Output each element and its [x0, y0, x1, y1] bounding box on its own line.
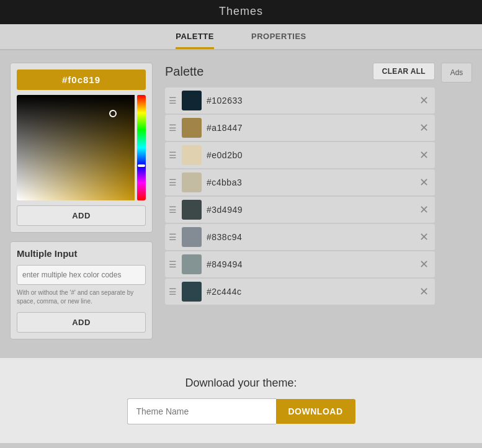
right-panel: Palette CLEAR ALL ☰ #102633 ✕ ☰ #a18447 … — [165, 63, 435, 305]
drag-handle-icon-5[interactable]: ☰ — [169, 232, 177, 242]
color-swatch-2[interactable] — [182, 145, 202, 165]
drag-handle-icon-6[interactable]: ☰ — [169, 259, 177, 269]
color-hex-1: #a18447 — [207, 123, 412, 133]
multiple-input-label: Multiple Input — [17, 248, 146, 259]
palette-row-4: ☰ #3d4949 ✕ — [165, 197, 435, 223]
remove-color-5[interactable]: ✕ — [417, 231, 431, 243]
palette-row-6: ☰ #849494 ✕ — [165, 251, 435, 277]
download-row: DOWNLOAD — [0, 398, 482, 424]
remove-color-7[interactable]: ✕ — [417, 286, 431, 297]
remove-color-2[interactable]: ✕ — [417, 150, 431, 161]
color-hex-7: #2c444c — [207, 287, 412, 297]
theme-name-input[interactable] — [127, 398, 276, 424]
color-swatch-0[interactable] — [182, 91, 202, 110]
color-hex-4: #3d4949 — [207, 205, 412, 215]
color-hex-5: #838c94 — [207, 232, 412, 242]
download-label: Download your theme: — [0, 377, 482, 390]
remove-color-4[interactable]: ✕ — [417, 204, 431, 215]
ads-label: Ads — [450, 68, 463, 77]
palette-header: Palette CLEAR ALL — [165, 63, 435, 80]
tab-properties[interactable]: PROPERTIES — [251, 32, 306, 49]
color-swatch-7[interactable] — [182, 282, 202, 302]
app-title: Themes — [219, 5, 263, 17]
drag-handle-icon-1[interactable]: ☰ — [169, 123, 177, 133]
palette-list: ☰ #102633 ✕ ☰ #a18447 ✕ ☰ #e0d2b0 — [165, 87, 435, 305]
color-swatch-1[interactable] — [182, 118, 202, 138]
tab-palette[interactable]: PALETTE — [176, 32, 214, 49]
palette-row-5: ☰ #838c94 ✕ — [165, 224, 435, 250]
remove-color-6[interactable]: ✕ — [417, 259, 431, 270]
gradient-area[interactable] — [17, 95, 146, 200]
palette-title: Palette — [165, 65, 203, 79]
multiple-input-section: Multiple Input With or without the '#' a… — [10, 241, 153, 339]
drag-handle-icon-3[interactable]: ☰ — [169, 177, 177, 187]
hue-indicator — [138, 164, 145, 167]
color-picker-box: #f0c819 ADD — [10, 63, 153, 233]
left-panel: #f0c819 ADD Multiple Input With or witho… — [10, 63, 153, 339]
color-swatch-3[interactable] — [182, 172, 202, 192]
gradient-circle — [109, 110, 117, 117]
download-section: Download your theme: DOWNLOAD — [0, 358, 482, 443]
add-color-button[interactable]: ADD — [17, 205, 146, 226]
add-multiple-button[interactable]: ADD — [17, 312, 146, 333]
color-hex-6: #849494 — [207, 259, 412, 269]
remove-color-1[interactable]: ✕ — [417, 122, 431, 133]
color-swatch-4[interactable] — [182, 200, 202, 220]
main-content: #f0c819 ADD Multiple Input With or witho… — [0, 50, 482, 352]
remove-color-3[interactable]: ✕ — [417, 177, 431, 188]
color-swatch-6[interactable] — [182, 254, 202, 274]
palette-row-3: ☰ #c4bba3 ✕ — [165, 169, 435, 195]
palette-row-1: ☰ #a18447 ✕ — [165, 115, 435, 141]
color-hex-2: #e0d2b0 — [207, 150, 412, 160]
drag-handle-icon-4[interactable]: ☰ — [169, 205, 177, 215]
palette-row-2: ☰ #e0d2b0 ✕ — [165, 142, 435, 168]
color-swatch-5[interactable] — [182, 227, 202, 247]
drag-handle-icon-2[interactable]: ☰ — [169, 150, 177, 160]
color-hex-3: #c4bba3 — [207, 177, 412, 187]
gradient-main[interactable] — [17, 95, 135, 200]
palette-row-0: ☰ #102633 ✕ — [165, 87, 435, 114]
ads-box: Ads — [441, 63, 472, 83]
hint-text: With or without the '#' and can separate… — [17, 289, 146, 306]
download-button[interactable]: DOWNLOAD — [276, 399, 355, 424]
tab-bar: PALETTE PROPERTIES — [0, 24, 482, 50]
right-area: Palette CLEAR ALL ☰ #102633 ✕ ☰ #a18447 … — [165, 63, 472, 339]
hue-bar[interactable] — [137, 95, 146, 200]
drag-handle-icon-7[interactable]: ☰ — [169, 287, 177, 297]
remove-color-0[interactable]: ✕ — [417, 95, 431, 106]
hex-display: #f0c819 — [17, 69, 146, 90]
color-hex-0: #102633 — [207, 96, 412, 105]
palette-row-7: ☰ #2c444c ✕ — [165, 279, 435, 305]
multi-hex-input[interactable] — [17, 265, 146, 285]
app-title-bar: Themes — [0, 0, 482, 24]
drag-handle-icon[interactable]: ☰ — [169, 96, 177, 105]
clear-all-button[interactable]: CLEAR ALL — [373, 63, 435, 80]
